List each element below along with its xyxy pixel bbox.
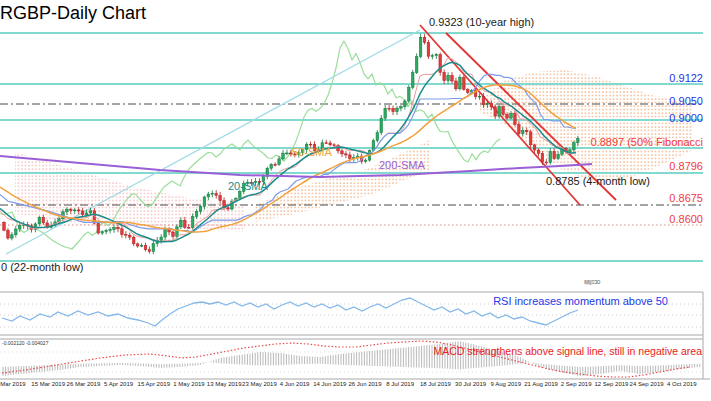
price-level-label: 0.8796 [669,160,703,172]
x-axis-label: 15 Mar 2019 [31,381,65,387]
macd-values-text: -0.002120 -0.004027 [2,340,48,346]
x-axis-label: 21 Aug 2019 [524,381,558,387]
x-axis-label: Mar 2019 [0,381,25,387]
x-axis-label: 5 Apr 2019 [104,381,133,387]
x-axis-label: 8 Jul 2019 [386,381,414,387]
price-level-label: 0.9000 [669,112,703,124]
annotation-10-year-high: 0.9323 (10-year high) [429,16,534,28]
x-axis-label: 2 Sep 2019 [561,381,592,387]
illegible-indicator-caption: ‖|‖||≡30 [584,279,600,285]
price-level-label: 0.9122 [669,72,703,84]
chart-window: RGBP-Daily Chart 0.9323 (10-year high) 0… [0,0,711,401]
price-level-label: 0.8675 [669,192,703,204]
x-axis-label: 26 Mar 2019 [67,381,101,387]
price-level-label: 0.8600 [669,213,703,225]
x-axis-label: 23 May 2019 [242,381,277,387]
sma50-label: 50-SMA [292,146,332,158]
x-axis-label: 15 Apr 2019 [138,381,170,387]
x-axis-label: 4 Oct 2019 [667,381,696,387]
price-chart-canvas [0,0,711,401]
price-level-label: 0.9050 [669,95,703,107]
x-axis-label: 12 Sep 2019 [594,381,628,387]
x-axis-label: 14 Jun 2019 [313,381,346,387]
x-axis-label: 30 Jul 2019 [455,381,486,387]
x-axis-label: 9 Aug 2019 [491,381,521,387]
annotation-4-month-low: 0.8785 (4-month low) [546,175,650,187]
x-axis-label: 13 May 2019 [207,381,242,387]
price-level-label: 0.8897 (50% Fibonacci [590,136,703,148]
rsi-annotation: RSI increases momentum above 50 [478,295,668,307]
x-axis-label: 4 Jun 2019 [280,381,310,387]
x-axis-label: 26 Jun 2019 [348,381,381,387]
x-axis-label: 18 Jul 2019 [420,381,451,387]
x-axis-label: 24 Sep 2019 [630,381,664,387]
sma20-label: 20-SMA [228,180,268,192]
macd-annotation: MACD strengthens above signal line, stil… [420,345,702,357]
chart-title: RGBP-Daily Chart [0,3,146,24]
x-axis-label: 1 May 2019 [173,381,204,387]
sma200-label: 200-SMA [379,159,425,171]
annotation-22-month-low: 0 (22-month low) [1,261,84,273]
